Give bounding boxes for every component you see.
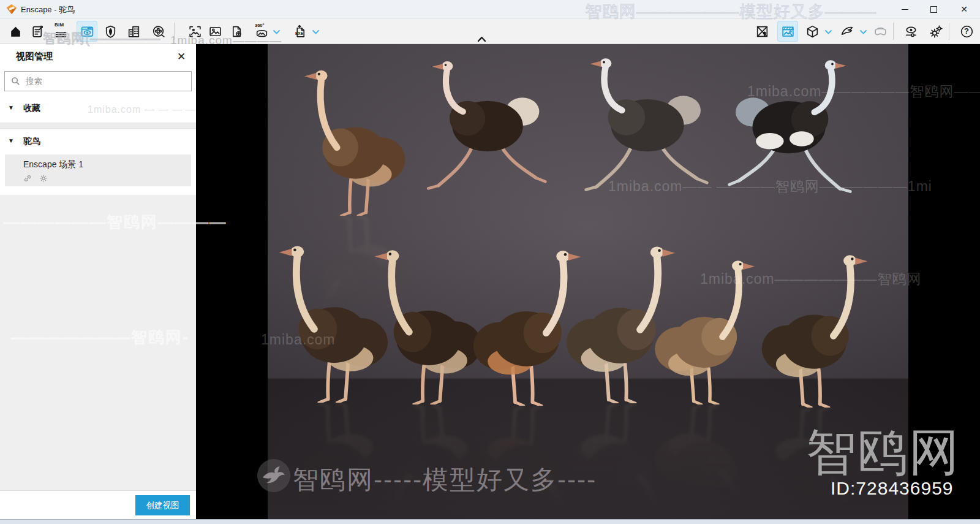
enscape-logo-icon bbox=[6, 3, 18, 15]
ostrich-figure bbox=[725, 58, 864, 208]
wind-feather-icon[interactable] bbox=[836, 21, 857, 42]
media-export-icon[interactable] bbox=[148, 21, 168, 42]
ostrich-figure bbox=[572, 56, 711, 207]
render-viewport[interactable] bbox=[268, 44, 908, 519]
toolbar-separator bbox=[893, 23, 894, 40]
vr-headset-icon[interactable] bbox=[870, 21, 891, 42]
toolbar: BIM 360° EXE ? bbox=[0, 19, 980, 44]
protect-shield-icon[interactable] bbox=[100, 21, 121, 42]
chevron-down-icon: ▼ bbox=[8, 104, 14, 111]
viewport bbox=[196, 44, 980, 519]
help-label: ? bbox=[956, 26, 977, 36]
material-editor-icon[interactable] bbox=[777, 21, 798, 42]
search-input[interactable] bbox=[26, 77, 191, 86]
wind-feather-chevron[interactable] bbox=[858, 25, 868, 37]
scene-list-item[interactable]: Enscape 场景 1 bbox=[5, 154, 191, 186]
minimize-button[interactable] bbox=[891, 0, 919, 18]
visual-settings-icon[interactable] bbox=[900, 21, 921, 42]
panel-footer: 创建视图 bbox=[0, 490, 196, 519]
panel-close-button[interactable]: ✕ bbox=[174, 49, 189, 64]
close-button[interactable]: ✕ bbox=[950, 0, 978, 18]
toolbar-separator bbox=[949, 23, 949, 40]
model-library-cube-icon[interactable] bbox=[802, 21, 823, 42]
map-export-icon[interactable] bbox=[752, 21, 772, 42]
screenshot-icon[interactable] bbox=[184, 21, 205, 42]
scene-view-icon[interactable] bbox=[77, 21, 97, 42]
panel-title: 视图管理 bbox=[16, 51, 53, 63]
maximize-button[interactable] bbox=[919, 0, 948, 18]
chevron-down-icon: ▼ bbox=[8, 137, 14, 144]
bim-mode-icon[interactable]: BIM bbox=[50, 21, 71, 42]
view-management-panel: 视图管理 ✕ ▼ 收藏 ▼ 驼鸟 Enscape 场景 1 创建视图 bbox=[0, 44, 196, 519]
close-icon: ✕ bbox=[960, 5, 968, 13]
minimize-icon bbox=[902, 9, 908, 10]
collapse-toolbar-chevron[interactable] bbox=[475, 34, 488, 44]
ostrich-figure bbox=[415, 59, 549, 205]
panel-background bbox=[0, 195, 196, 490]
project-journal-icon[interactable] bbox=[27, 21, 48, 42]
exe-dropdown-chevron[interactable] bbox=[311, 25, 320, 37]
section-favorites[interactable]: ▼ 收藏 bbox=[0, 98, 196, 119]
panorama-label: 360° bbox=[255, 23, 265, 28]
exe-label: EXE bbox=[295, 31, 303, 36]
sun-icon[interactable] bbox=[39, 174, 48, 183]
general-settings-icon[interactable] bbox=[925, 21, 946, 42]
model-library-chevron[interactable] bbox=[823, 25, 833, 37]
maximize-icon bbox=[930, 6, 937, 13]
panel-header: 视图管理 ✕ bbox=[0, 44, 196, 69]
render-image-icon[interactable] bbox=[205, 21, 225, 42]
home-icon[interactable] bbox=[5, 21, 26, 42]
ostrich-figure bbox=[298, 53, 410, 216]
scene-item-label: Enscape 场景 1 bbox=[23, 159, 83, 170]
link-icon[interactable] bbox=[23, 174, 32, 183]
bim-label: BIM bbox=[55, 22, 64, 28]
panorama-360-icon[interactable]: 360° bbox=[251, 21, 272, 42]
building-icon[interactable] bbox=[123, 21, 144, 42]
ostrich-reflection bbox=[757, 408, 875, 519]
window-title: Enscape - 驼鸟 bbox=[21, 4, 75, 15]
help-icon[interactable]: ? bbox=[956, 21, 977, 42]
section-ostrich[interactable]: ▼ 驼鸟 bbox=[0, 131, 196, 152]
titlebar: Enscape - 驼鸟 ✕ bbox=[0, 0, 980, 19]
export-video-icon[interactable] bbox=[226, 21, 247, 42]
section-label: 驼鸟 bbox=[23, 136, 40, 147]
section-label: 收藏 bbox=[23, 103, 40, 114]
toolbar-separator bbox=[174, 23, 175, 40]
ostrich-figure bbox=[757, 237, 875, 408]
export-exe-icon[interactable]: EXE bbox=[290, 21, 311, 42]
search-icon bbox=[11, 77, 20, 86]
enscape-window: Enscape - 驼鸟 ✕ BIM 360° EXE ? bbox=[0, 0, 980, 524]
ostrich-figure bbox=[650, 243, 761, 404]
section-divider bbox=[0, 123, 196, 129]
ostrich-reflection bbox=[650, 404, 761, 519]
create-view-button[interactable]: 创建视图 bbox=[135, 495, 190, 515]
panorama-dropdown-chevron[interactable] bbox=[271, 25, 281, 37]
search-box bbox=[4, 71, 192, 91]
window-bottom-edge bbox=[0, 519, 980, 524]
